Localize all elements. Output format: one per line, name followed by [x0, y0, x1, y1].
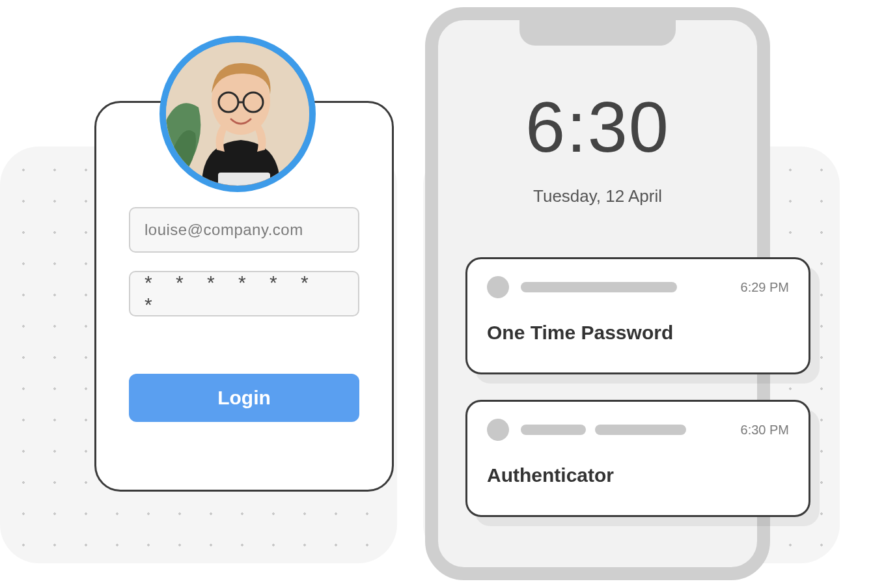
lockscreen-time: 6:30 [438, 85, 757, 168]
notification-placeholder-bars [521, 425, 729, 435]
notification-title: Authenticator [487, 464, 789, 486]
notification-app-icon [487, 276, 509, 298]
notification-authenticator[interactable]: 6:30 PM Authenticator [465, 400, 810, 517]
notification-otp[interactable]: 6:29 PM One Time Password [465, 257, 810, 374]
lockscreen-date: Tuesday, 12 April [438, 186, 757, 206]
login-button[interactable]: Login [129, 374, 359, 422]
svg-rect-5 [218, 173, 270, 186]
password-field[interactable]: * * * * * * * [129, 271, 359, 316]
notification-title: One Time Password [487, 322, 789, 344]
phone-notch [519, 20, 676, 46]
notification-time: 6:30 PM [741, 423, 789, 438]
avatar [159, 36, 316, 192]
notification-time: 6:29 PM [741, 280, 789, 295]
email-field[interactable] [129, 207, 359, 253]
notification-placeholder-bars [521, 282, 729, 292]
notification-app-icon [487, 419, 509, 441]
